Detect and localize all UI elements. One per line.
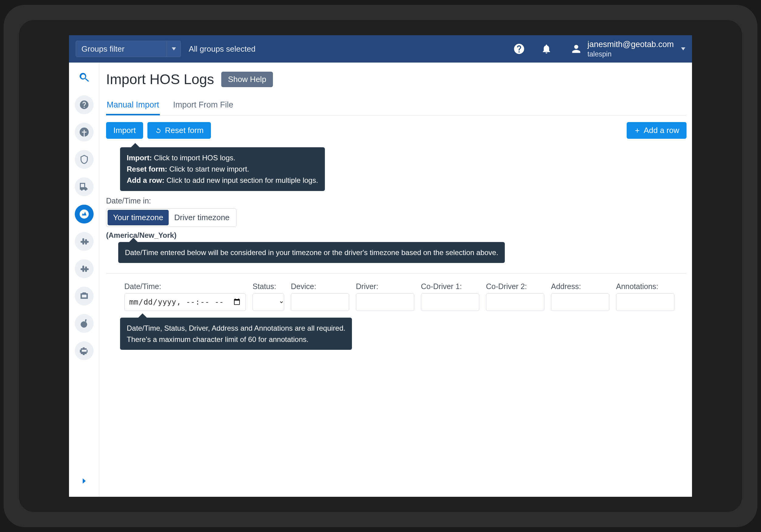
refresh-icon <box>155 127 162 134</box>
status-select[interactable] <box>253 293 284 311</box>
show-help-button[interactable]: Show Help <box>221 72 273 87</box>
sidebar-expand-button[interactable] <box>75 472 93 490</box>
screen: Groups filter All groups selected <box>69 35 692 497</box>
sidebar-diagnostics-icon[interactable] <box>75 287 93 305</box>
topbar: Groups filter All groups selected <box>69 35 692 63</box>
timezone-label: Date/Time in: <box>106 196 686 205</box>
tooltip-actions: Import: Click to import HOS logs. Reset … <box>120 147 325 191</box>
tablet-inner: Groups filter All groups selected <box>19 20 742 512</box>
tabs: Manual Import Import From File <box>106 100 686 115</box>
user-company: talespin <box>587 50 674 59</box>
reset-form-button[interactable]: Reset form <box>147 122 211 139</box>
annotations-label: Annotations: <box>616 282 674 291</box>
page-title: Import HOS Logs <box>106 71 214 87</box>
sidebar-addin2-icon[interactable] <box>75 259 93 278</box>
reset-form-label: Reset form <box>165 126 204 135</box>
tab-import-from-file[interactable]: Import From File <box>173 100 234 115</box>
divider <box>106 273 686 274</box>
address-label: Address: <box>551 282 609 291</box>
sidebar-addin1-icon[interactable] <box>75 232 93 251</box>
groups-selection-text: All groups selected <box>189 44 256 54</box>
codriver2-input[interactable] <box>486 293 544 311</box>
tab-manual-import[interactable]: Manual Import <box>106 100 160 115</box>
driver-label: Driver: <box>356 282 414 291</box>
sidebar-shield-icon[interactable] <box>75 150 93 169</box>
codriver1-input[interactable] <box>421 293 479 311</box>
body: Import HOS Logs Show Help Manual Import … <box>69 63 692 497</box>
user-email: janesmith@geotab.com <box>587 39 674 50</box>
import-button[interactable]: Import <box>106 122 143 139</box>
groups-filter[interactable]: Groups filter <box>76 41 181 57</box>
content: Import HOS Logs Show Help Manual Import … <box>99 63 692 497</box>
timezone-toggle: Your timezone Driver timezone <box>106 208 236 227</box>
tablet-frame: Groups filter All groups selected <box>4 5 757 527</box>
codriver2-label: Co-Driver 2: <box>486 282 544 291</box>
sidebar-activity-button[interactable] <box>75 205 93 224</box>
tooltip-fields: Date/Time, Status, Driver, Address and A… <box>120 318 352 350</box>
bell-icon[interactable] <box>539 41 554 56</box>
caret-down-icon <box>172 47 176 50</box>
status-label: Status: <box>253 282 284 291</box>
codriver1-label: Co-Driver 1: <box>421 282 479 291</box>
log-row: Date/Time: Status: Device: Driver: <box>106 282 686 311</box>
tooltip-timezone: Date/Time entered below will be consider… <box>118 242 505 263</box>
user-text: janesmith@geotab.com talespin <box>587 39 674 59</box>
sidebar-truck-icon[interactable] <box>75 177 93 196</box>
add-row-button[interactable]: Add a row <box>627 122 686 139</box>
sidebar-productivity-button[interactable] <box>75 123 93 141</box>
sidebar-engine-icon[interactable] <box>75 341 93 360</box>
timezone-driver[interactable]: Driver timezone <box>169 210 235 225</box>
datetime-input[interactable] <box>124 293 246 311</box>
sidebar-help-button[interactable] <box>75 95 93 114</box>
timezone-current: (America/New_York) <box>106 231 686 239</box>
avatar-icon <box>569 41 584 56</box>
sidebar-bomb-icon[interactable] <box>75 314 93 333</box>
device-input[interactable] <box>291 293 349 311</box>
sidebar-search-button[interactable] <box>75 68 93 87</box>
help-icon[interactable] <box>511 41 527 56</box>
action-row: Import Reset form Add a row <box>106 122 686 139</box>
groups-filter-dropdown-button[interactable] <box>167 41 181 57</box>
address-input[interactable] <box>551 293 609 311</box>
user-menu[interactable]: janesmith@geotab.com talespin <box>569 39 685 59</box>
sidebar <box>69 63 99 497</box>
timezone-section: Date/Time in: Your timezone Driver timez… <box>106 196 686 239</box>
device-label: Device: <box>291 282 349 291</box>
timezone-your[interactable]: Your timezone <box>108 210 169 225</box>
plus-icon <box>634 127 641 134</box>
add-row-label: Add a row <box>644 126 679 135</box>
caret-down-icon <box>681 47 685 50</box>
driver-input[interactable] <box>356 293 414 311</box>
annotations-input[interactable] <box>616 293 674 311</box>
datetime-label: Date/Time: <box>124 282 246 291</box>
groups-filter-label[interactable]: Groups filter <box>76 41 167 57</box>
